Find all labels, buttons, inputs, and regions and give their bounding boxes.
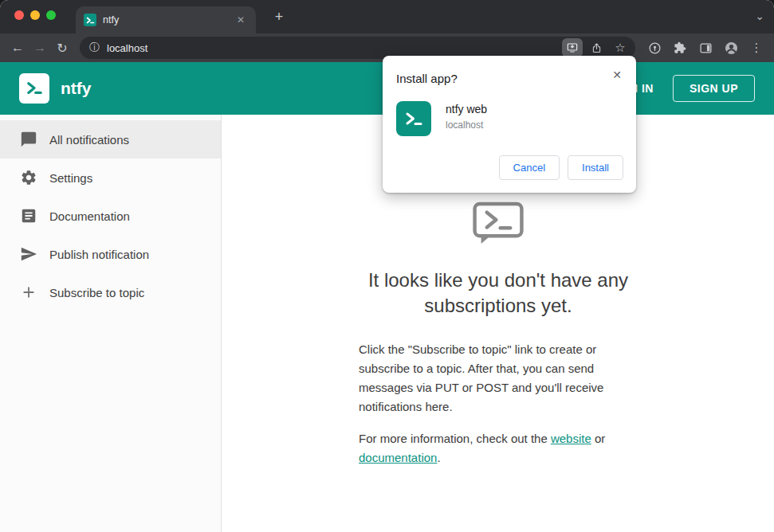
sidebar-item-all-notifications[interactable]: All notifications xyxy=(0,120,221,158)
forward-button[interactable]: → xyxy=(29,41,51,55)
side-panel-icon[interactable] xyxy=(694,37,717,58)
app-title: ntfy xyxy=(61,79,92,98)
share-icon[interactable] xyxy=(586,38,607,57)
sidebar-item-settings[interactable]: Settings xyxy=(0,158,221,197)
browser-tab-ntfy[interactable]: ntfy ✕ xyxy=(76,6,256,33)
dialog-app-name: ntfy web xyxy=(446,101,487,115)
sign-up-button[interactable]: SIGN UP xyxy=(673,75,755,102)
password-manager-icon[interactable] xyxy=(643,37,666,58)
tab-strip: ntfy ✕ + ⌄ xyxy=(0,0,774,33)
site-info-icon[interactable]: ⓘ xyxy=(89,41,100,55)
website-link[interactable]: website xyxy=(551,432,591,445)
install-button[interactable]: Install xyxy=(568,155,623,180)
article-icon xyxy=(19,206,38,225)
dialog-app-origin: localhost xyxy=(446,119,487,131)
paragraph-text: For more information, check out the xyxy=(359,432,551,445)
window-controls xyxy=(14,10,56,20)
paragraph-text: or xyxy=(591,432,606,445)
back-button[interactable]: ← xyxy=(6,41,29,55)
chat-bubble-icon xyxy=(19,130,38,149)
send-icon xyxy=(19,244,38,264)
gear-icon xyxy=(19,168,38,187)
plus-icon xyxy=(19,283,38,302)
dialog-app-row: ntfy web localhost xyxy=(396,101,623,136)
extensions-puzzle-icon[interactable] xyxy=(669,37,691,58)
cancel-button[interactable]: Cancel xyxy=(499,155,560,180)
empty-state-heading: It looks like you don't have any subscri… xyxy=(327,268,670,319)
dialog-app-info: ntfy web localhost xyxy=(446,101,487,131)
dialog-close-icon[interactable]: ✕ xyxy=(609,67,625,83)
menu-dots-icon[interactable]: ⋮ xyxy=(745,37,768,58)
ntfy-logo-icon xyxy=(19,73,49,104)
ntfy-app-icon xyxy=(396,101,431,136)
sidebar-item-publish-notification[interactable]: Publish notification xyxy=(0,235,221,273)
sidebar: All notifications Settings Documentation… xyxy=(0,115,222,532)
minimize-window-button[interactable] xyxy=(30,10,40,20)
empty-state-paragraph: For more information, check out the webs… xyxy=(359,429,638,467)
omnibox-actions: ☆ xyxy=(562,38,631,57)
dialog-title: Install app? xyxy=(396,72,623,85)
sidebar-item-label: All notifications xyxy=(49,133,129,147)
address-text[interactable]: localhost xyxy=(107,42,562,54)
browser-window: ntfy ✕ + ⌄ ← → ↻ ⓘ localhost ☆ xyxy=(0,0,774,532)
install-app-dialog: Install app? ✕ ntfy web localhost Cancel… xyxy=(383,56,636,193)
tab-title: ntfy xyxy=(103,14,234,25)
zoom-window-button[interactable] xyxy=(46,10,56,20)
toolbar-extensions: ⋮ xyxy=(643,37,768,58)
documentation-link[interactable]: documentation xyxy=(359,451,437,464)
bookmark-star-icon[interactable]: ☆ xyxy=(610,38,631,57)
empty-state-body: Click the "Subscribe to topic" link to c… xyxy=(359,340,638,467)
paragraph-text: . xyxy=(437,451,440,464)
profile-avatar-icon[interactable] xyxy=(720,37,742,58)
sidebar-item-label: Documentation xyxy=(49,209,130,223)
sidebar-item-documentation[interactable]: Documentation xyxy=(0,197,221,235)
new-tab-button[interactable]: + xyxy=(269,9,289,25)
empty-state-paragraph: Click the "Subscribe to topic" link to c… xyxy=(359,340,638,417)
ntfy-favicon-icon xyxy=(84,14,96,26)
sidebar-item-subscribe-to-topic[interactable]: Subscribe to topic xyxy=(0,273,221,311)
sidebar-item-label: Publish notification xyxy=(49,248,149,261)
sidebar-item-label: Settings xyxy=(49,171,92,185)
ntfy-terminal-outline-icon xyxy=(472,201,525,247)
tab-close-icon[interactable]: ✕ xyxy=(234,13,248,27)
reload-button[interactable]: ↻ xyxy=(51,41,73,56)
install-app-icon[interactable] xyxy=(562,38,583,57)
close-window-button[interactable] xyxy=(14,10,24,20)
sidebar-item-label: Subscribe to topic xyxy=(49,286,144,299)
tab-search-chevron-icon[interactable]: ⌄ xyxy=(755,10,764,22)
dialog-buttons: Cancel Install xyxy=(396,155,623,180)
